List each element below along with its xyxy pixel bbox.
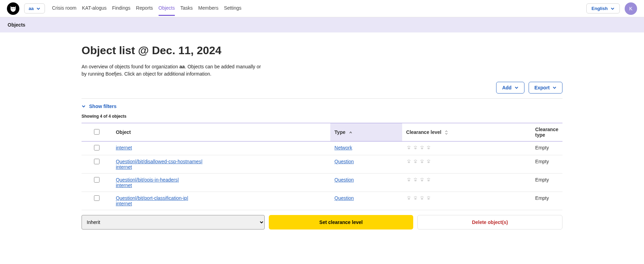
col-clearance-type[interactable]: Clearance type bbox=[531, 123, 562, 141]
object-link[interactable]: Question|/bit/port-classification-ip|int… bbox=[116, 195, 188, 206]
clearance-select[interactable]: Inherit bbox=[82, 215, 265, 229]
chevron-down-icon bbox=[82, 104, 86, 108]
row-checkbox[interactable] bbox=[94, 159, 100, 164]
svg-point-54 bbox=[414, 197, 415, 198]
chevron-down-icon bbox=[514, 86, 519, 90]
svg-point-6 bbox=[414, 146, 415, 147]
table-row: internetNetworkEmpty bbox=[82, 141, 562, 155]
nav-crisis-room[interactable]: Crisis room bbox=[52, 1, 76, 16]
svg-point-39 bbox=[415, 178, 416, 179]
svg-point-10 bbox=[420, 146, 421, 147]
svg-point-8 bbox=[416, 146, 417, 147]
svg-point-49 bbox=[427, 180, 429, 182]
app-logo[interactable] bbox=[7, 2, 19, 15]
nav-katalogus[interactable]: KAT-alogus bbox=[82, 1, 106, 16]
type-link[interactable]: Question bbox=[334, 195, 354, 201]
table-row: Question|/bit/disallowed-csp-hostnames|i… bbox=[82, 155, 562, 174]
user-avatar[interactable]: K bbox=[625, 2, 637, 15]
nav-settings[interactable]: Settings bbox=[224, 1, 242, 16]
page-title: Object list @ Dec. 11, 2024 bbox=[82, 44, 562, 57]
table-row: Question|/bit/port-classification-ip|int… bbox=[82, 192, 562, 210]
paw-icon bbox=[426, 195, 431, 201]
clearance-indicator bbox=[406, 145, 527, 150]
svg-point-50 bbox=[407, 197, 408, 198]
delete-objects-button[interactable]: Delete object(s) bbox=[417, 215, 562, 229]
svg-point-12 bbox=[423, 146, 424, 147]
row-checkbox[interactable] bbox=[94, 195, 100, 201]
clearance-indicator bbox=[406, 159, 527, 164]
paw-icon bbox=[413, 195, 418, 201]
svg-point-16 bbox=[429, 146, 430, 147]
add-button[interactable]: Add bbox=[496, 82, 524, 94]
nav-tasks[interactable]: Tasks bbox=[180, 1, 193, 16]
paw-icon bbox=[413, 177, 418, 182]
svg-point-22 bbox=[414, 160, 415, 161]
svg-point-19 bbox=[408, 159, 409, 160]
row-checkbox[interactable] bbox=[94, 145, 100, 150]
svg-point-18 bbox=[407, 160, 408, 161]
chevron-down-icon bbox=[610, 7, 615, 11]
svg-point-27 bbox=[422, 159, 423, 160]
nav-objects[interactable]: Objects bbox=[159, 1, 175, 16]
paw-icon bbox=[406, 195, 411, 201]
svg-point-26 bbox=[420, 160, 421, 161]
col-object[interactable]: Object bbox=[112, 123, 330, 141]
object-link[interactable]: Question|/bit/oois-in-headers|internet bbox=[116, 177, 179, 188]
svg-point-43 bbox=[422, 178, 423, 179]
col-type[interactable]: Type bbox=[330, 123, 402, 141]
nav-findings[interactable]: Findings bbox=[112, 1, 131, 16]
show-filters-toggle[interactable]: Show filters bbox=[82, 99, 562, 114]
sort-asc-icon bbox=[349, 131, 352, 134]
svg-point-17 bbox=[427, 148, 429, 149]
cat-icon bbox=[9, 5, 17, 12]
sort-icon bbox=[445, 130, 448, 135]
svg-point-65 bbox=[427, 198, 429, 200]
avatar-initial: K bbox=[629, 6, 632, 11]
svg-point-25 bbox=[414, 162, 416, 163]
chevron-down-icon bbox=[36, 7, 40, 11]
svg-point-55 bbox=[415, 196, 416, 197]
org-label: aa bbox=[29, 6, 34, 11]
svg-point-9 bbox=[414, 148, 416, 149]
object-link[interactable]: Question|/bit/disallowed-csp-hostnames|i… bbox=[116, 159, 202, 170]
set-clearance-button[interactable]: Set clearance level bbox=[269, 215, 413, 229]
svg-point-51 bbox=[408, 196, 409, 197]
type-link[interactable]: Question bbox=[334, 177, 354, 183]
row-checkbox[interactable] bbox=[94, 177, 100, 183]
svg-point-44 bbox=[423, 178, 424, 179]
paw-icon bbox=[419, 177, 425, 182]
col-clearance-level[interactable]: Clearance level bbox=[402, 123, 531, 141]
svg-point-58 bbox=[420, 197, 421, 198]
language-selector[interactable]: English bbox=[586, 3, 620, 13]
paw-icon bbox=[426, 177, 431, 182]
nav-members[interactable]: Members bbox=[198, 1, 218, 16]
nav-reports[interactable]: Reports bbox=[136, 1, 153, 16]
svg-point-35 bbox=[408, 178, 409, 179]
clearance-type-cell: Empty bbox=[531, 155, 562, 174]
clearance-type-cell: Empty bbox=[531, 141, 562, 155]
type-link[interactable]: Network bbox=[334, 145, 352, 150]
select-all-checkbox[interactable] bbox=[94, 129, 100, 135]
svg-point-59 bbox=[422, 196, 423, 197]
svg-point-38 bbox=[414, 178, 415, 179]
paw-icon bbox=[406, 159, 411, 164]
svg-point-5 bbox=[408, 148, 410, 149]
clearance-type-cell: Empty bbox=[531, 174, 562, 192]
svg-point-62 bbox=[427, 197, 428, 198]
paw-icon bbox=[406, 177, 411, 182]
svg-point-23 bbox=[415, 159, 416, 160]
clearance-indicator bbox=[406, 195, 527, 201]
org-selector[interactable]: aa bbox=[24, 3, 45, 13]
export-button[interactable]: Export bbox=[529, 82, 562, 94]
svg-point-30 bbox=[427, 160, 428, 161]
result-count: Showing 4 of 4 objects bbox=[82, 114, 562, 119]
paw-icon bbox=[406, 145, 411, 150]
svg-point-1 bbox=[14, 8, 15, 9]
svg-point-13 bbox=[421, 148, 423, 149]
svg-point-0 bbox=[12, 8, 12, 9]
object-link[interactable]: internet bbox=[116, 145, 132, 150]
svg-point-46 bbox=[427, 178, 428, 179]
svg-point-33 bbox=[427, 162, 429, 163]
paw-icon bbox=[426, 159, 431, 164]
type-link[interactable]: Question bbox=[334, 159, 354, 164]
